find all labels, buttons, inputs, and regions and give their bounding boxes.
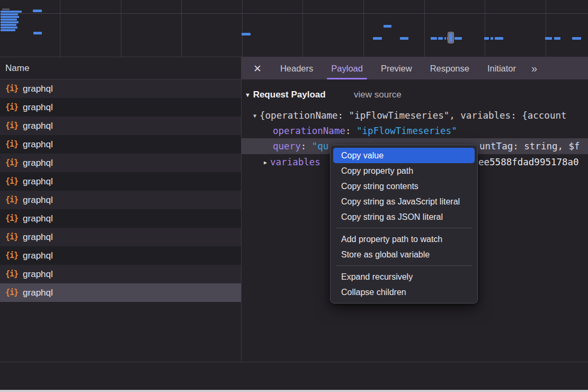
json-braces-icon: {i} [5,209,18,228]
name-column-header[interactable]: Name [0,57,241,79]
menu-divider [336,265,472,266]
tabs-container: HeadersPayloadPreviewResponseInitiator [271,57,525,79]
menu-item-copy-property-path[interactable]: Copy property path [331,163,477,179]
request-name-label: graphql [23,265,53,283]
request-name-label: graphql [23,154,53,172]
request-row[interactable]: {i}graphql [0,209,241,228]
waterfall-bar[interactable] [1,29,15,31]
waterfall-bar[interactable] [1,19,17,21]
overview-gridline [60,0,60,57]
json-braces-icon: {i} [5,172,18,191]
waterfall-bar[interactable] [1,26,17,29]
property-value-start: "qu [312,141,329,152]
request-row[interactable]: {i}graphql [0,98,241,117]
expander-closed-icon[interactable]: ▶ [264,159,267,165]
json-braces-icon: {i} [5,117,18,135]
request-name-label: graphql [23,209,53,228]
root-preview-text: {operationName: "ipFlowTimeseries", vari… [260,110,566,121]
waterfall-bar[interactable] [1,21,19,23]
waterfall-bar[interactable] [1,24,16,26]
json-braces-icon: {i} [5,154,18,172]
payload-root-row[interactable]: ▼{operationName: "ipFlowTimeseries", var… [242,108,588,123]
waterfall-bar[interactable] [400,37,408,40]
overview-gridline [363,0,364,57]
request-row[interactable]: {i}graphql [0,172,241,191]
request-payload-section-header[interactable]: ▼ Request Payload view source [245,88,326,102]
request-row[interactable]: {i}graphql [0,228,241,246]
close-icon[interactable]: ✕ [249,63,266,75]
overview-gridline [181,0,182,57]
request-row[interactable]: {i}graphql [0,246,241,265]
menu-item-collapse-children[interactable]: Collapse children [331,284,477,300]
tab-preview[interactable]: Preview [372,57,421,79]
waterfall-bar[interactable] [554,37,560,40]
waterfall-bar[interactable] [2,8,10,10]
waterfall-bar[interactable] [373,37,382,40]
property-value-fragment: ee5588fdad995178a0 [478,155,579,170]
request-row[interactable]: {i}graphql [0,135,241,154]
request-row[interactable]: {i}graphql [0,283,241,302]
property-value-fragment: untTag: string, $f [479,138,580,154]
key-separator: : [301,141,312,152]
waterfall-bar[interactable] [431,37,437,40]
request-row[interactable]: {i}graphql [0,79,241,98]
request-name-label: graphql [23,283,53,302]
json-braces-icon: {i} [5,98,18,117]
request-row[interactable]: {i}graphql [0,117,241,135]
menu-item-copy-string-as-javascript-literal[interactable]: Copy string as JavaScript literal [331,194,477,209]
menu-item-copy-string-as-json-literal[interactable]: Copy string as JSON literal [331,209,477,225]
menu-item-copy-string-contents[interactable]: Copy string contents [331,179,477,194]
overview-gridline [424,0,425,57]
json-braces-icon: {i} [5,246,18,265]
request-row[interactable]: {i}graphql [0,191,241,209]
request-name-label: graphql [23,135,53,154]
selected-request-bar [449,33,452,42]
waterfall-bar[interactable] [438,37,443,40]
json-braces-icon: {i} [5,79,18,98]
name-column-label: Name [5,63,29,73]
waterfall-bar[interactable] [1,16,19,18]
waterfall-bar[interactable] [1,11,22,13]
waterfall-bar[interactable] [33,10,42,12]
tab-response[interactable]: Response [421,57,478,79]
network-overview[interactable] [0,0,588,57]
overview-gridline [485,0,485,57]
selected-request-marker[interactable] [448,32,454,43]
tab-payload[interactable]: Payload [322,57,372,79]
waterfall-bar[interactable] [572,37,581,40]
context-menu: Copy valueCopy property pathCopy string … [330,145,478,304]
menu-divider [336,228,472,228]
menu-item-copy-value[interactable]: Copy value [333,148,475,163]
tab-initiator[interactable]: Initiator [478,57,525,79]
request-list-panel: Name {i}graphql{i}graphql{i}graphql{i}gr… [0,57,241,362]
json-braces-icon: {i} [5,191,18,209]
request-name-label: graphql [23,228,53,246]
request-row[interactable]: {i}graphql [0,265,241,283]
request-name-label: graphql [23,172,53,191]
waterfall-bar[interactable] [484,37,489,40]
json-braces-icon: {i} [5,283,18,302]
menu-item-store-as-global-variable[interactable]: Store as global variable [331,247,477,262]
detail-tabbar: ✕ HeadersPayloadPreviewResponseInitiator… [242,57,588,79]
expander-open-icon[interactable]: ▼ [253,113,256,119]
waterfall-bar[interactable] [545,37,552,40]
summary-footer-bar [0,362,588,390]
section-expander-icon[interactable]: ▼ [245,92,251,98]
menu-item-expand-recursively[interactable]: Expand recursively [331,269,477,284]
more-tabs-icon[interactable]: » [531,63,536,75]
request-row[interactable]: {i}graphql [0,154,241,172]
view-source-link[interactable]: view source [354,88,402,102]
waterfall-bar[interactable] [455,37,462,40]
request-list: {i}graphql{i}graphql{i}graphql{i}graphql… [0,79,241,302]
payload-row-operation-name[interactable]: operationName: "ipFlowTimeseries" [242,123,588,138]
menu-item-add-property-path-to-watch[interactable]: Add property path to watch [331,231,477,247]
waterfall-bar[interactable] [495,37,503,40]
request-name-label: graphql [23,117,53,135]
waterfall-bar[interactable] [444,37,446,40]
waterfall-bar[interactable] [33,32,42,34]
waterfall-bar[interactable] [384,25,391,28]
waterfall-bar[interactable] [242,33,251,35]
tab-headers[interactable]: Headers [271,57,322,79]
waterfall-bar[interactable] [1,13,18,15]
waterfall-bar[interactable] [491,37,493,40]
